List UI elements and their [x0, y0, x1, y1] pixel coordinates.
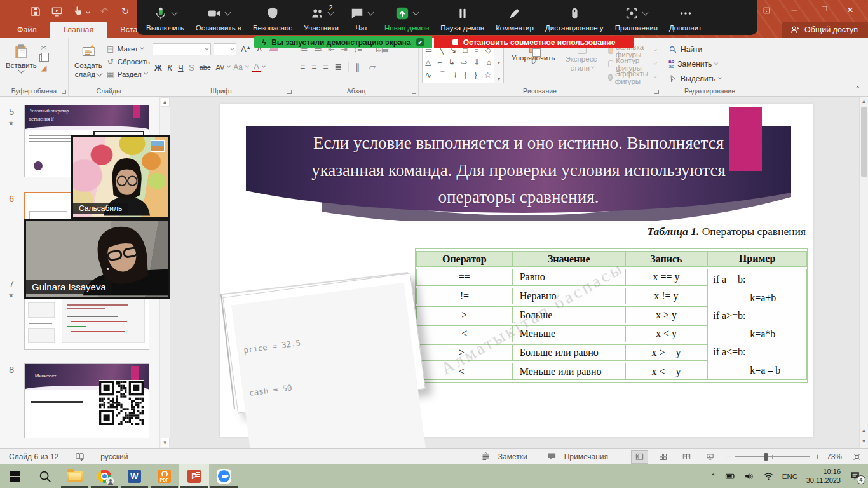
- comments-toggle[interactable]: Примечания: [564, 452, 608, 461]
- align-center-icon[interactable]: ≡: [311, 62, 316, 72]
- columns-icon[interactable]: ∥: [355, 62, 360, 72]
- replace-button[interactable]: abacЗаменить: [668, 57, 755, 71]
- main-scroll-up-icon[interactable]: ▲: [862, 97, 867, 104]
- fit-slide-to-window-icon[interactable]: [848, 450, 865, 464]
- undo-icon[interactable]: ↶: [98, 5, 111, 18]
- find-button[interactable]: Найти: [668, 43, 755, 56]
- keyboard-language[interactable]: ENG: [782, 473, 798, 480]
- underline-button[interactable]: Ч: [176, 63, 186, 72]
- paste-button[interactable]: Вставить: [3, 41, 39, 74]
- taskbar-search-button[interactable]: [30, 464, 60, 488]
- share-access-button[interactable]: Общий доступ: [782, 22, 868, 38]
- reading-view-button[interactable]: [678, 450, 695, 464]
- notes-toggle[interactable]: Заметки: [498, 452, 527, 461]
- strikethrough-button[interactable]: abc: [198, 64, 213, 71]
- copy-icon[interactable]: [39, 54, 46, 62]
- shapes-gallery-scroll[interactable]: ▲▼▼: [494, 43, 504, 83]
- remote-control-button[interactable]: Дистанционное у: [539, 0, 609, 35]
- slide-canvas[interactable]: Если условие выполняется и оно истинно. …: [220, 104, 813, 437]
- zoom-slider[interactable]: − +: [725, 452, 820, 462]
- justify-icon[interactable]: ≣: [335, 62, 342, 72]
- close-button[interactable]: ×: [836, 1, 864, 20]
- font-name-combo[interactable]: [153, 43, 211, 55]
- comments-icon[interactable]: [546, 452, 558, 462]
- main-scrollbar[interactable]: ▲ ▲ ▼: [859, 97, 868, 448]
- tab-file[interactable]: Файл: [4, 22, 50, 38]
- taskbar-file-explorer[interactable]: [60, 464, 90, 488]
- slide-sorter-view-button[interactable]: [654, 450, 672, 464]
- taskbar-word[interactable]: W: [119, 464, 149, 488]
- slideshow-view-button[interactable]: [702, 450, 719, 464]
- normal-view-button[interactable]: [631, 450, 648, 464]
- previous-slide-icon[interactable]: ▲: [862, 428, 867, 433]
- zoom-percentage[interactable]: 73%: [827, 452, 842, 461]
- zoom-in-icon[interactable]: +: [814, 452, 820, 462]
- start-presentation-icon[interactable]: [50, 5, 63, 18]
- font-dialog-launcher[interactable]: [287, 90, 292, 94]
- video-chevron-icon[interactable]: [224, 9, 231, 15]
- touch-mode-icon[interactable]: [71, 5, 84, 18]
- drawing-dialog-launcher[interactable]: [654, 90, 659, 94]
- taskbar-chrome[interactable]: [90, 464, 119, 488]
- align-left-icon[interactable]: ≡: [300, 62, 305, 72]
- stop-share-banner[interactable]: Остановить совместное использование: [434, 36, 634, 48]
- layout-button[interactable]: ▤Макет: [105, 43, 151, 55]
- next-slide-icon[interactable]: ▼: [862, 438, 867, 444]
- grow-font-button[interactable]: А▲: [239, 44, 253, 54]
- stop-video-button[interactable]: Остановить в: [190, 0, 247, 35]
- annotate-button[interactable]: Комментир: [490, 0, 539, 35]
- clipboard-dialog-launcher[interactable]: [62, 90, 66, 94]
- cut-icon[interactable]: ✂: [39, 43, 48, 52]
- participant-video-2[interactable]: Gulnara Issayeva: [24, 219, 170, 299]
- align-right-icon[interactable]: ≡: [323, 62, 328, 72]
- change-case-button[interactable]: Aa: [231, 63, 245, 72]
- chat-button[interactable]: Чат: [344, 0, 379, 35]
- maximize-button[interactable]: [808, 1, 836, 20]
- participants-button[interactable]: 2 Участники: [298, 0, 344, 35]
- start-button[interactable]: [0, 464, 30, 488]
- notes-icon[interactable]: [480, 452, 492, 462]
- zoom-out-icon[interactable]: −: [725, 452, 731, 462]
- more-button[interactable]: Дополнит: [663, 0, 707, 35]
- new-share-button[interactable]: Новая демон: [379, 0, 435, 35]
- select-button[interactable]: Выделить: [668, 72, 755, 85]
- participants-chevron-icon[interactable]: [327, 9, 334, 15]
- shape-outline-button[interactable]: Контур фигуры: [607, 58, 658, 70]
- redo-icon[interactable]: ↻: [119, 5, 132, 18]
- shapes-gallery[interactable]: ▭╲↘□○◇ △⌐↳⇨⇩⌂ ∿⌒≀{}☆: [422, 43, 494, 83]
- panel-scroll-up-icon[interactable]: ▲: [161, 97, 170, 107]
- spacing-chevron-icon[interactable]: [227, 64, 231, 68]
- spell-check-icon[interactable]: [74, 452, 85, 462]
- mic-chevron-icon[interactable]: [171, 9, 177, 15]
- slide-8-thumbnail[interactable]: Минитест: [24, 363, 149, 438]
- pause-share-button[interactable]: Пауза демон: [435, 0, 490, 35]
- collapse-ribbon-icon[interactable]: ⌃: [855, 85, 860, 92]
- action-center-button[interactable]: 4: [849, 470, 863, 483]
- apps-chevron-icon[interactable]: [642, 9, 649, 15]
- font-size-combo[interactable]: [214, 43, 236, 55]
- italic-button[interactable]: К: [165, 63, 175, 72]
- paragraph-dialog-launcher[interactable]: [412, 90, 416, 94]
- taskbar-powerpoint-active[interactable]: P: [179, 464, 209, 488]
- main-scroll-thumb[interactable]: [861, 107, 867, 177]
- minimize-button[interactable]: ─: [780, 1, 808, 20]
- wifi-icon[interactable]: [763, 471, 774, 482]
- touch-mode-chevron[interactable]: [86, 9, 90, 13]
- security-button[interactable]: Безопаснос: [247, 0, 298, 35]
- taskbar-clock[interactable]: 10:16 30.11.2023: [806, 468, 841, 485]
- tray-expand-icon[interactable]: ⌃: [710, 473, 717, 480]
- smartart-convert-icon[interactable]: ▱: [369, 62, 376, 72]
- volume-icon[interactable]: [744, 471, 755, 482]
- code-snippet-card[interactable]: price = 32.5 cash = 50 if cash > price: …: [222, 273, 425, 413]
- language-indicator[interactable]: русский: [100, 452, 128, 461]
- share-chevron-icon[interactable]: [413, 9, 419, 15]
- zoom-slider-handle[interactable]: [764, 453, 768, 461]
- font-color-button[interactable]: А: [252, 62, 261, 72]
- taskbar-zoom[interactable]: [209, 464, 239, 488]
- new-slide-button[interactable]: Создать слайд: [72, 41, 105, 80]
- slide-title-text[interactable]: Если условие выполняется и оно истинно. …: [246, 130, 791, 211]
- reset-button[interactable]: ↺Сбросить: [105, 55, 151, 67]
- section-button[interactable]: ▦Раздел: [105, 68, 151, 80]
- tab-home[interactable]: Главная: [50, 22, 107, 38]
- font-color-chevron-icon[interactable]: [262, 64, 266, 68]
